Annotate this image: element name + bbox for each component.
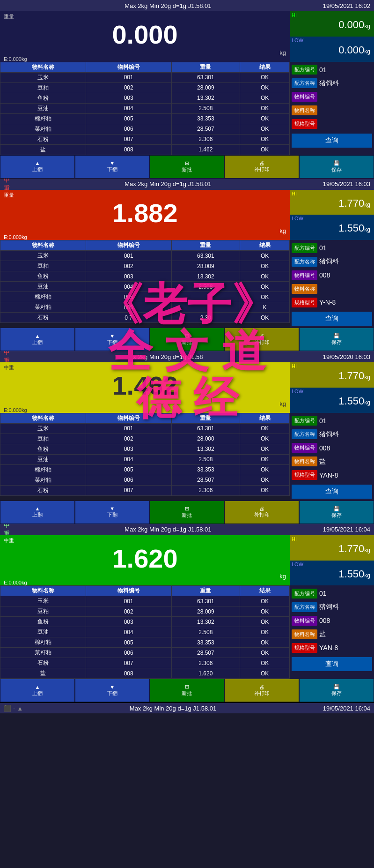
right-row-formula-name-1: 配方名称 猪饲料 [292, 77, 372, 90]
spec-val-3: YAN-8 [319, 471, 338, 479]
formula-num-label-1: 配方编号 [292, 65, 317, 75]
down-btn-3[interactable]: ▼下翻 [75, 501, 150, 524]
material-num-label-2: 物料编号 [292, 270, 317, 280]
formula-name-val-1: 猪饲料 [319, 79, 339, 88]
spec-val-2: Y-N-8 [319, 299, 336, 306]
up-btn-4[interactable]: ▲上翻 [0, 679, 75, 702]
table-row: 豆油0042.508OK [0, 282, 290, 292]
down-btn-1[interactable]: ▼下翻 [75, 155, 150, 179]
weight-label-1: 重量 [4, 13, 286, 20]
data-table-2: 物料名称 物料编号 重量 结果 玉米00163.301OK豆粕00228.009… [0, 240, 290, 323]
material-name-label-4: 物料名称 [292, 629, 317, 639]
up-btn-3[interactable]: ▲上翻 [0, 501, 75, 524]
right-row-formula-num-1: 配方编号 01 [292, 64, 372, 76]
header-right-3: 19/05/2020 16:03 [323, 353, 370, 360]
up-btn-1[interactable]: ▲上翻 [0, 155, 75, 179]
new-batch-btn-4[interactable]: ⊞新批 [150, 679, 225, 702]
table-row: 菜籽粕00628.507OK [0, 475, 290, 485]
header-bar-3: 中重 x 2kg Min 20g d=1g J1.58 19/05/2020 1… [0, 351, 374, 362]
table-row: 石粉0072.306OK [0, 134, 290, 144]
material-num-label-1: 物料编号 [292, 92, 317, 102]
hi-value-2: 1.770kg [293, 191, 370, 210]
table-row: 豆粕00228.009OK [0, 606, 290, 617]
reprint-btn-3[interactable]: 🖨补打印 [224, 501, 299, 524]
up-btn-2[interactable]: ▲上翻 [0, 328, 75, 351]
col-header-weight-4: 重量 [171, 586, 240, 596]
weight-label-4: 中重 [4, 537, 286, 544]
query-btn-3[interactable]: 查询 [292, 485, 372, 499]
bottom-right: 19/05/2021 16:04 [323, 705, 370, 712]
table-row: 玉米00163.301OK [0, 251, 290, 261]
col-header-name-4: 物料名称 [0, 586, 86, 596]
col-header-code-3: 物料编号 [86, 413, 171, 423]
formula-name-label-2: 配方名称 [292, 257, 317, 267]
save-btn-1[interactable]: 💾保存 [299, 155, 374, 179]
table-row: 盐0081.462OK [0, 144, 290, 155]
action-bar-1: ▲上翻 ▼下翻 ⊞新批 🖨补打印 💾保存 [0, 155, 374, 179]
table-row: 豆油0042.508OK [0, 454, 290, 464]
lo-value-1: 0.000kg [293, 37, 370, 56]
weight-unit-4: kg [4, 573, 286, 580]
weight-unit-3: kg [4, 400, 286, 407]
weight-unit-2: kg [4, 227, 286, 234]
material-num-label-4: 物料编号 [292, 616, 317, 626]
formula-num-val-2: 01 [319, 244, 327, 252]
table-row: 石粉0 72.30OK [0, 313, 290, 323]
hi-label-4: HI [292, 536, 297, 542]
formula-name-label-3: 配方名称 [292, 429, 317, 439]
col-header-result-3: 结果 [240, 413, 290, 423]
cumulative-1: E:0.000kg [4, 56, 286, 62]
panel-3: 中重 x 2kg Min 20g d=1g J1.58 19/05/2020 1… [0, 351, 374, 524]
weight-label-3: 中重 [4, 364, 286, 371]
table-row: 豆粕00228.009OK [0, 261, 290, 271]
new-batch-btn-2[interactable]: ⊞新批 [150, 328, 225, 351]
formula-name-label-1: 配方名称 [292, 78, 317, 88]
spec-val-4: YAN-8 [319, 644, 338, 651]
material-num-val-2: 008 [319, 271, 330, 279]
bottom-bar: ⬛ - ▲ Max 2kg Min 20g d=1g J1.58.01 19/0… [0, 702, 374, 713]
header-bar-4: 中重 Max 2kg Min 20g d=1g J1.58.01 19/05/2… [0, 524, 374, 535]
material-name-label-1: 物料名称 [292, 105, 317, 115]
col-header-name-2: 物料名称 [0, 240, 86, 251]
hi-value-1: 0.000kg [293, 12, 370, 31]
down-btn-2[interactable]: ▼下翻 [75, 328, 150, 351]
reprint-btn-1[interactable]: 🖨补打印 [224, 155, 299, 179]
formula-num-val-4: 01 [319, 590, 327, 597]
table-row: 鱼粉00313.302OK [0, 444, 290, 454]
col-header-code-4: 物料编号 [86, 586, 171, 596]
spec-label-3: 规格型号 [292, 470, 317, 480]
table-row: 鱼粉00313.302OK [0, 271, 290, 282]
cumulative-3: E:0.000kg [4, 407, 286, 413]
right-panel-1: 配方编号 01 配方名称 猪饲料 物料编号 物料名称 规格型号 [290, 62, 374, 155]
down-btn-4[interactable]: ▼下翻 [75, 679, 150, 702]
new-batch-btn-1[interactable]: ⊞新批 [150, 155, 225, 179]
right-panel-4: 配方编号 01 配方名称 猪饲料 物料编号 008 物料名称 盐 规格型号 [290, 585, 374, 679]
weight-value-1: 0.000 [4, 20, 286, 49]
bottom-left: ⬛ - ▲ [4, 705, 23, 712]
spec-label-2: 规格型号 [292, 298, 317, 307]
new-batch-btn-3[interactable]: ⊞新批 [150, 501, 225, 524]
formula-num-label-3: 配方编号 [292, 416, 317, 426]
save-btn-2[interactable]: 💾保存 [299, 328, 374, 351]
query-btn-1[interactable]: 查询 [292, 134, 372, 148]
header-right-1: 19/05/2021 16:02 [323, 2, 370, 9]
formula-name-val-4: 猪饲料 [319, 603, 339, 611]
weight-value-3: 1.462 [4, 371, 286, 400]
query-btn-4[interactable]: 查询 [292, 657, 372, 671]
material-name-label-3: 物料名称 [292, 456, 317, 466]
lo-value-2: 1.550kg [293, 216, 370, 234]
query-btn-2[interactable]: 查询 [292, 312, 372, 326]
header-right-2: 19/05/2021 16:03 [323, 180, 370, 187]
reprint-btn-4[interactable]: 🖨补打印 [224, 679, 299, 702]
material-name-val-4: 盐 [319, 630, 326, 638]
data-table-1: 物料名称 物料编号 重量 结果 玉米00163.301OK豆粕00228.009… [0, 62, 290, 155]
table-row: 盐0081.620OK [0, 668, 290, 679]
header-right-4: 19/05/2021 16:04 [323, 526, 370, 533]
formula-num-label-2: 配方编号 [292, 243, 317, 253]
save-btn-4[interactable]: 💾保存 [299, 679, 374, 702]
data-table-4: 物料名称 物料编号 重量 结果 玉米00163.301OK豆粕00228.009… [0, 585, 290, 679]
lo-value-3: 1.550kg [293, 389, 370, 407]
reprint-btn-2[interactable]: 🖨补打印 [224, 328, 299, 351]
weight-unit-1: kg [4, 49, 286, 56]
save-btn-3[interactable]: 💾保存 [299, 501, 374, 524]
